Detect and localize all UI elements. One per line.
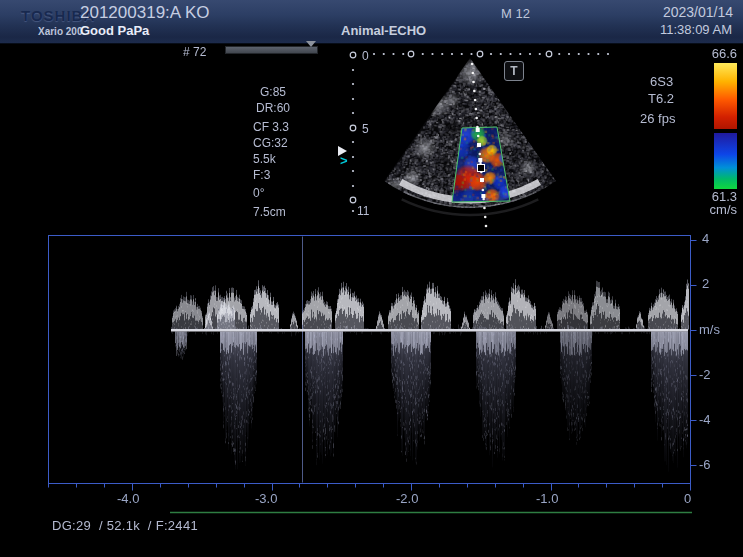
y-axis-label-neg6: -6: [699, 457, 711, 472]
exam-time: 11:38:09 AM: [660, 22, 732, 37]
ultrasound-screen: TOSHIBA Xario 200 201200319:A KO Good Pa…: [0, 0, 743, 557]
frame-rate-label: 26 fps: [640, 111, 675, 126]
model-label: Xario 200: [38, 26, 82, 37]
spectral-doppler-display[interactable]: [0, 228, 743, 557]
angle-value: 0°: [253, 186, 264, 200]
prf-value: 5.5k: [253, 152, 276, 166]
x-axis-label-neg4: -4.0: [117, 491, 139, 506]
filter-value: F:3: [253, 168, 270, 182]
depth-ruler-label-11: 11: [357, 204, 369, 218]
y-axis-label-neg2: -2: [699, 367, 711, 382]
color-gain-value: CG:32: [253, 136, 288, 150]
ultrasound-bmode-color-image[interactable]: [0, 44, 743, 234]
x-axis-label-neg2: -2.0: [396, 491, 418, 506]
y-axis-label-2: 2: [702, 276, 709, 291]
color-frequency-value: CF 3.3: [253, 120, 289, 134]
color-scale-bar-forward: [714, 63, 737, 129]
color-scale-bar-reverse: [714, 133, 737, 189]
patient-id: 201200319:A KO: [80, 3, 210, 23]
x-axis-label-0: 0: [684, 491, 691, 506]
color-scale-unit: cm/s: [710, 202, 737, 217]
depth-ruler-label-0: 0: [362, 49, 369, 63]
thermal-index-label: T6.2: [648, 91, 674, 106]
probe-label: 6S3: [650, 74, 673, 89]
x-axis-label-neg1: -1.0: [536, 491, 558, 506]
cine-slider[interactable]: [225, 46, 318, 54]
orientation-mark: T: [504, 61, 524, 81]
gain-value: G:85: [260, 85, 286, 99]
dynamic-range-value: DR:60: [256, 101, 290, 115]
y-axis-unit: m/s: [699, 322, 720, 337]
status-bar-text: DG:29 / 52.1k / F:2441: [52, 518, 198, 533]
exam-date: 2023/01/14: [663, 4, 733, 20]
frame-counter: # 72: [183, 45, 206, 59]
patient-name: Good PaPa: [80, 23, 149, 38]
exam-preset-label: Animal-ECHO: [341, 23, 426, 38]
probe-position-label: M 12: [501, 6, 530, 21]
x-axis-label-neg3: -3.0: [255, 491, 277, 506]
y-axis-label-neg4: -4: [699, 412, 711, 427]
y-axis-label-4: 4: [702, 231, 709, 246]
color-scale-max: 66.6: [712, 46, 737, 61]
header-bar: TOSHIBA Xario 200 201200319:A KO Good Pa…: [0, 0, 743, 44]
steer-marker-icon: >: [340, 153, 348, 168]
depth-ruler-label-5: 5: [362, 122, 369, 136]
depth-value: 7.5cm: [253, 205, 286, 219]
cine-slider-handle-icon[interactable]: [306, 41, 316, 47]
